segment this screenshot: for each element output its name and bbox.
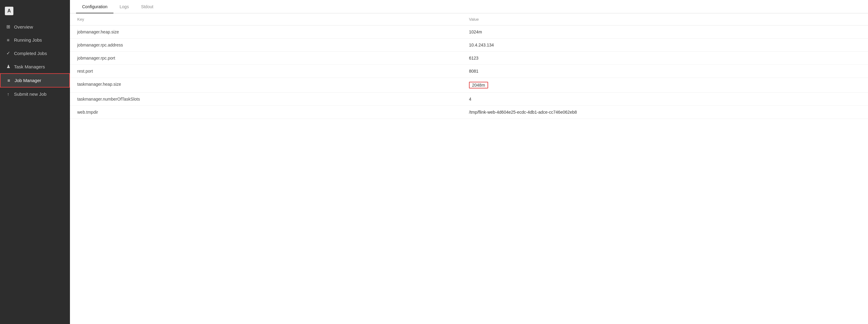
- table-row: taskmanager.numberOfTaskSlots4: [70, 93, 868, 106]
- cell-key-1: jobmanager.rpc.address: [77, 42, 469, 47]
- sidebar-item-label-running-jobs: Running Jobs: [14, 37, 42, 42]
- cell-key-0: jobmanager.heap.size: [77, 30, 469, 34]
- cell-key-6: web.tmpdir: [77, 110, 469, 115]
- sidebar-item-submit-new-job[interactable]: ↑Submit new Job: [0, 88, 70, 101]
- table-row: taskmanager.heap.size2048m: [70, 78, 868, 93]
- task-managers-icon: ♟: [5, 64, 11, 69]
- completed-jobs-icon: ✓: [5, 51, 11, 56]
- column-value: Value: [469, 17, 861, 22]
- cell-key-5: taskmanager.numberOfTaskSlots: [77, 97, 469, 101]
- table-row: jobmanager.heap.size1024m: [70, 26, 868, 39]
- cell-key-2: jobmanager.rpc.port: [77, 56, 469, 61]
- main-content: ConfigurationLogsStdout Key Value jobman…: [70, 0, 868, 324]
- sidebar-item-label-completed-jobs: Completed Jobs: [14, 51, 47, 56]
- job-manager-icon: ≡: [6, 78, 11, 83]
- table-header: Key Value: [70, 13, 868, 26]
- overview-icon: ⊞: [5, 24, 11, 30]
- sidebar-item-task-managers[interactable]: ♟Task Managers: [0, 60, 70, 73]
- tab-stdout[interactable]: Stdout: [135, 0, 159, 13]
- sidebar-item-label-overview: Overview: [14, 24, 33, 30]
- cell-key-4: taskmanager.heap.size: [77, 82, 469, 89]
- sidebar-item-job-manager[interactable]: ≡Job Manager: [0, 73, 70, 88]
- cell-value-2: 6123: [469, 56, 861, 61]
- sidebar-item-running-jobs[interactable]: ≡Running Jobs: [0, 33, 70, 46]
- table-row: jobmanager.rpc.port6123: [70, 52, 868, 65]
- table-row: web.tmpdir/tmp/flink-web-4d604e25-ecdc-4…: [70, 106, 868, 119]
- logo-icon: A: [5, 7, 13, 15]
- sidebar-nav: ⊞Overview≡Running Jobs✓Completed Jobs♟Ta…: [0, 20, 70, 101]
- cell-value-6: /tmp/flink-web-4d604e25-ecdc-4db1-adce-c…: [469, 110, 861, 115]
- logo: A: [0, 3, 70, 20]
- sidebar: A ⊞Overview≡Running Jobs✓Completed Jobs♟…: [0, 0, 70, 324]
- tabs-bar: ConfigurationLogsStdout: [70, 0, 868, 13]
- tab-logs[interactable]: Logs: [114, 0, 135, 13]
- highlighted-value: 2048m: [469, 82, 488, 89]
- submit-new-job-icon: ↑: [5, 92, 11, 97]
- sidebar-item-label-job-manager: Job Manager: [14, 78, 41, 83]
- cell-value-1: 10.4.243.134: [469, 42, 861, 47]
- config-table: Key Value jobmanager.heap.size1024mjobma…: [70, 13, 868, 324]
- cell-value-3: 8081: [469, 69, 861, 73]
- table-body: jobmanager.heap.size1024mjobmanager.rpc.…: [70, 26, 868, 119]
- sidebar-item-label-submit-new-job: Submit new Job: [14, 92, 46, 97]
- cell-value-4: 2048m: [469, 82, 861, 89]
- table-row: jobmanager.rpc.address10.4.243.134: [70, 39, 868, 52]
- table-row: rest.port8081: [70, 65, 868, 78]
- tab-configuration[interactable]: Configuration: [76, 0, 114, 13]
- sidebar-item-label-task-managers: Task Managers: [14, 64, 45, 69]
- cell-value-0: 1024m: [469, 30, 861, 34]
- sidebar-item-overview[interactable]: ⊞Overview: [0, 20, 70, 33]
- running-jobs-icon: ≡: [5, 37, 11, 42]
- sidebar-item-completed-jobs[interactable]: ✓Completed Jobs: [0, 46, 70, 60]
- cell-key-3: rest.port: [77, 69, 469, 73]
- column-key: Key: [77, 17, 469, 22]
- cell-value-5: 4: [469, 97, 861, 101]
